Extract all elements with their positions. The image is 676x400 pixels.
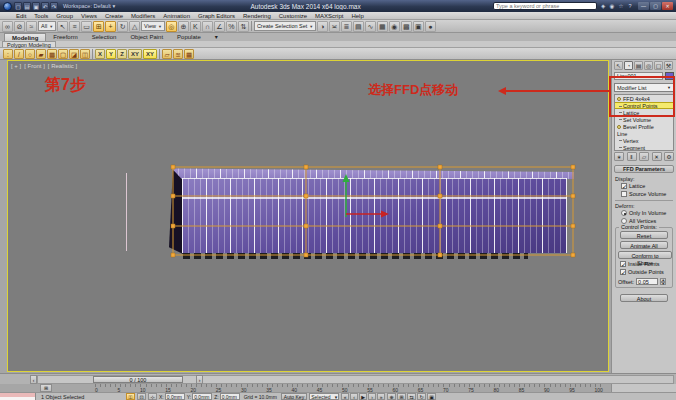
preview-off-icon[interactable]: ▢ bbox=[58, 49, 68, 59]
use-pivot-center-icon[interactable]: ◎ bbox=[166, 21, 177, 32]
menu-group[interactable]: Group bbox=[52, 13, 77, 19]
infocenter-search[interactable] bbox=[493, 2, 597, 10]
help-icon[interactable]: ? bbox=[626, 2, 634, 10]
reference-coordinate-dropdown[interactable]: View▼ bbox=[141, 21, 165, 31]
next-key-button[interactable]: › bbox=[196, 375, 203, 384]
select-and-manipulate-icon[interactable]: ⊕ bbox=[178, 21, 189, 32]
named-selection-sets-dropdown[interactable]: Create Selection Set▼ bbox=[254, 21, 316, 31]
select-and-move-icon[interactable]: + bbox=[105, 21, 116, 32]
menu-help[interactable]: Help bbox=[347, 13, 367, 19]
maximize-button[interactable]: ▢ bbox=[650, 2, 661, 10]
object-name-field[interactable]: Line001 bbox=[614, 72, 663, 80]
modifier-stack-item-vertex[interactable]: Vertex bbox=[615, 137, 673, 144]
create-tab-icon[interactable]: ↖ bbox=[614, 61, 623, 70]
modifier-list-dropdown[interactable]: Modifier List ▼ bbox=[614, 83, 674, 92]
menu-views[interactable]: Views bbox=[77, 13, 101, 19]
menu-graph-editors[interactable]: Graph Editors bbox=[194, 13, 239, 19]
modify-tab-icon[interactable]: ◔ bbox=[624, 61, 633, 70]
play-icon[interactable]: ▶ bbox=[359, 393, 367, 400]
go-to-start-icon[interactable]: « bbox=[341, 393, 349, 400]
modifier-stack-item-control-points[interactable]: Control Points bbox=[615, 102, 673, 109]
spinner-snap-icon[interactable]: ⇅ bbox=[238, 21, 249, 32]
spinner-down-icon[interactable]: ▼ bbox=[660, 282, 666, 286]
previous-frame-icon[interactable]: ‹ bbox=[350, 393, 358, 400]
rendered-frame-icon[interactable]: ▣ bbox=[413, 21, 424, 32]
only-in-volume-radio[interactable] bbox=[621, 210, 627, 216]
select-and-rotate-icon[interactable]: ↻ bbox=[117, 21, 128, 32]
utilities-tab-icon[interactable]: ⚒ bbox=[664, 61, 673, 70]
menu-animation[interactable]: Animation bbox=[159, 13, 194, 19]
make-planar-icon[interactable]: ▱ bbox=[162, 49, 172, 59]
menu-modifiers[interactable]: Modifiers bbox=[127, 13, 159, 19]
snap-toggle-icon[interactable]: ∩ bbox=[202, 21, 213, 32]
ribbon-tab-object-paint[interactable]: Object Paint bbox=[123, 33, 170, 41]
3ds-max-logo-icon[interactable] bbox=[3, 2, 12, 11]
modifier-stack-item-bevel-profile[interactable]: Bevel Profile bbox=[615, 123, 673, 130]
animate-all-button[interactable]: Animate All bbox=[620, 241, 668, 249]
z-coordinate-field[interactable]: 0.0mm bbox=[220, 393, 240, 400]
constraint-xy-button-4[interactable]: XY bbox=[143, 49, 157, 59]
selection-filter-dropdown[interactable]: All▼ bbox=[38, 21, 56, 31]
go-to-end-icon[interactable]: » bbox=[377, 393, 385, 400]
menu-create[interactable]: Create bbox=[101, 13, 127, 19]
constraint-x-button-0[interactable]: X bbox=[95, 49, 105, 59]
edge-mode-icon[interactable]: / bbox=[14, 49, 24, 59]
ribbon-tab-freeform[interactable]: Freeform bbox=[46, 33, 84, 41]
keyboard-override-icon[interactable]: K bbox=[190, 21, 201, 32]
key-mode-toggle[interactable]: ⊞ bbox=[40, 384, 52, 392]
selection-lock-icon[interactable]: ⚿ bbox=[126, 393, 135, 400]
source-volume-checkbox[interactable] bbox=[621, 191, 627, 197]
constraint-z-button-2[interactable]: Z bbox=[117, 49, 127, 59]
track-bar[interactable]: 0510152025303540455055606570758085909510… bbox=[95, 384, 603, 392]
offset-spinner[interactable]: ▲▼ bbox=[660, 278, 666, 285]
y-coordinate-field[interactable]: 0.0mm bbox=[192, 393, 212, 400]
ffd-parameters-rollout[interactable]: FFD Parameters bbox=[614, 165, 674, 173]
favorites-icon[interactable]: ☆ bbox=[617, 2, 625, 10]
pan-icon[interactable]: ⇆ bbox=[407, 393, 416, 400]
minimize-button[interactable]: — bbox=[638, 2, 649, 10]
modifier-stack-item-set-volume[interactable]: Set Volume bbox=[615, 116, 673, 123]
menu-rendering[interactable]: Rendering bbox=[239, 13, 275, 19]
lattice-checkbox[interactable] bbox=[621, 183, 627, 189]
undo-icon[interactable]: ↶ bbox=[41, 2, 49, 10]
maxscript-mini-listener[interactable] bbox=[0, 393, 36, 400]
material-editor-icon[interactable]: ◉ bbox=[389, 21, 400, 32]
ribbon-tab--[interactable]: ▾ bbox=[208, 33, 225, 41]
preview-subobj-icon[interactable]: ◪ bbox=[69, 49, 79, 59]
select-and-link-icon[interactable]: ∞ bbox=[2, 21, 13, 32]
workspace-selector[interactable]: Workspace: Default ▾ bbox=[60, 3, 118, 9]
inside-points-checkbox[interactable] bbox=[620, 261, 626, 267]
open-file-icon[interactable]: ▤ bbox=[23, 2, 31, 10]
schematic-view-icon[interactable]: ▦ bbox=[377, 21, 388, 32]
offset-field[interactable]: 0.05 bbox=[636, 278, 658, 285]
preview-multi-icon[interactable]: ◫ bbox=[80, 49, 90, 59]
object-color-swatch[interactable] bbox=[665, 72, 674, 80]
search-input[interactable] bbox=[496, 3, 594, 9]
ribbon-tab-selection[interactable]: Selection bbox=[85, 33, 124, 41]
curve-editor-icon[interactable]: ∿ bbox=[365, 21, 376, 32]
auto-key-button[interactable]: Auto Key bbox=[281, 393, 307, 400]
element-mode-icon[interactable]: ▩ bbox=[47, 49, 57, 59]
maximize-viewport-icon[interactable]: ▣ bbox=[427, 393, 436, 400]
front-viewport[interactable]: [ + ] [ Front ] [ Realistic ] 第7步 选择FFD点… bbox=[7, 60, 609, 372]
ffd-control-points[interactable] bbox=[171, 165, 575, 257]
transform-type-in-icon[interactable]: ⊹ bbox=[148, 393, 157, 400]
conform-to-shape-button[interactable]: Conform to Shape bbox=[618, 251, 672, 259]
view-align-icon[interactable]: ≊ bbox=[173, 49, 183, 59]
tab-polygon-modeling[interactable]: Polygon Modeling bbox=[2, 41, 56, 47]
select-and-scale-icon[interactable]: △ bbox=[129, 21, 140, 32]
vertex-mode-icon[interactable]: : bbox=[3, 49, 13, 59]
key-filter-dropdown[interactable]: Selected▾ bbox=[309, 393, 339, 400]
window-crossing-icon[interactable]: ⊞ bbox=[93, 21, 104, 32]
angle-snap-icon[interactable]: ∠ bbox=[214, 21, 225, 32]
about-button[interactable]: About bbox=[620, 294, 668, 302]
modifier-enable-bulb-icon[interactable] bbox=[617, 97, 621, 101]
bind-to-space-warp-icon[interactable]: ≈ bbox=[26, 21, 37, 32]
align-icon[interactable]: ≍ bbox=[329, 21, 340, 32]
show-end-result-icon[interactable]: ‖ bbox=[627, 152, 637, 161]
time-slider-track[interactable]: 0 / 100 bbox=[37, 375, 674, 384]
select-by-name-icon[interactable]: ≡ bbox=[69, 21, 80, 32]
menu-customize[interactable]: Customize bbox=[275, 13, 311, 19]
save-file-icon[interactable]: ▣ bbox=[32, 2, 40, 10]
previous-key-button[interactable]: ‹ bbox=[30, 375, 37, 384]
